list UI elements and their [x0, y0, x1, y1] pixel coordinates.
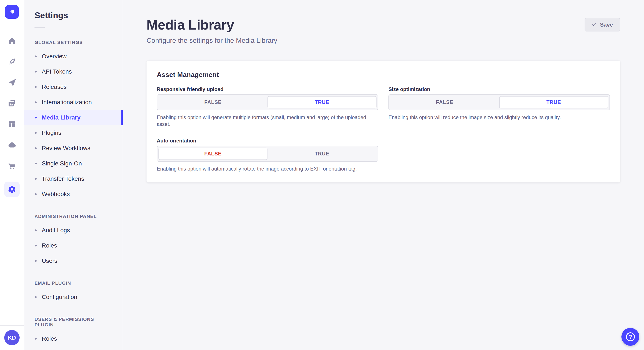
- help-button[interactable]: ?: [622, 328, 639, 346]
- sidebar-item-audit-logs[interactable]: Audit Logs: [24, 223, 123, 238]
- section-administration-panel: ADMINISTRATION PANEL Audit Logs Roles Us…: [24, 210, 123, 269]
- sidebar-item-transfer-tokens[interactable]: Transfer Tokens: [24, 171, 123, 186]
- layout-icon[interactable]: [7, 119, 17, 129]
- page-subtitle: Configure the settings for the Media Lib…: [146, 37, 277, 44]
- sidebar-item-media-library[interactable]: Media Library: [24, 110, 123, 125]
- card-title: Asset Management: [157, 71, 610, 79]
- sidebar-item-webhooks[interactable]: Webhooks: [24, 186, 123, 202]
- rail-user-area: KD: [0, 325, 24, 350]
- sidebar-item-releases[interactable]: Releases: [24, 79, 123, 95]
- bullet-icon: [35, 296, 37, 298]
- sidebar-item-label: Transfer Tokens: [42, 175, 84, 182]
- field-label: Responsive friendly upload: [157, 86, 378, 92]
- user-avatar[interactable]: KD: [4, 330, 20, 345]
- field-auto-orientation: Auto orientation FALSE TRUE Enabling thi…: [157, 138, 378, 172]
- save-button[interactable]: Save: [584, 18, 620, 31]
- feather-icon[interactable]: [7, 57, 17, 67]
- rail-nav: [4, 24, 20, 325]
- page-title-block: Media Library Configure the settings for…: [146, 17, 277, 44]
- auto-orientation-toggle: FALSE TRUE: [157, 146, 378, 162]
- strapi-logo-icon: [8, 8, 16, 16]
- bullet-icon: [35, 245, 37, 246]
- sidebar-item-label: Internationalization: [42, 99, 92, 106]
- bullet-icon: [35, 117, 37, 118]
- section-label: GLOBAL SETTINGS: [24, 36, 123, 49]
- section-global-settings: GLOBAL SETTINGS Overview API Tokens Rele…: [24, 36, 123, 202]
- field-hint: Enabling this option will generate multi…: [157, 114, 369, 128]
- field-label: Size optimization: [388, 86, 610, 92]
- bullet-icon: [35, 71, 37, 72]
- toggle-option-false[interactable]: FALSE: [158, 148, 268, 160]
- sidebar-item-label: Roles: [42, 335, 57, 342]
- check-icon: [592, 22, 596, 27]
- toggle-option-false[interactable]: FALSE: [158, 96, 268, 108]
- sidebar-item-single-sign-on[interactable]: Single Sign-On: [24, 156, 123, 171]
- sidebar-item-email-configuration[interactable]: Configuration: [24, 289, 123, 305]
- field-responsive-friendly-upload: Responsive friendly upload FALSE TRUE En…: [157, 86, 378, 128]
- sidebar-item-plugins[interactable]: Plugins: [24, 125, 123, 141]
- bullet-icon: [35, 101, 37, 103]
- sidebar-item-label: Configuration: [42, 294, 77, 301]
- bullet-icon: [35, 178, 37, 180]
- sidebar-item-label: Releases: [42, 84, 67, 90]
- sidebar-item-label: Media Library: [42, 114, 80, 121]
- bullet-icon: [35, 193, 37, 195]
- settings-gear-icon: [8, 185, 16, 193]
- home-icon[interactable]: [7, 36, 17, 46]
- asset-management-card: Asset Management Responsive friendly upl…: [146, 61, 620, 182]
- section-email-plugin: EMAIL PLUGIN Configuration: [24, 277, 123, 305]
- toggle-option-true[interactable]: TRUE: [268, 148, 376, 160]
- save-button-label: Save: [600, 21, 613, 28]
- section-users-permissions-plugin: USERS & PERMISSIONS PLUGIN Roles Provide…: [24, 313, 123, 350]
- sidebar-item-label: Overview: [42, 53, 67, 60]
- cloud-icon[interactable]: [7, 140, 17, 150]
- strapi-admin-app: KD Settings GLOBAL SETTINGS Overview API…: [0, 0, 644, 350]
- section-label: USERS & PERMISSIONS PLUGIN: [24, 313, 123, 331]
- settings-sidebar: Settings GLOBAL SETTINGS Overview API To…: [24, 0, 123, 350]
- sidebar-divider: [34, 27, 45, 28]
- sidebar-item-label: Webhooks: [42, 191, 70, 197]
- toggle-option-false[interactable]: FALSE: [390, 96, 499, 108]
- section-label: ADMINISTRATION PANEL: [24, 210, 123, 223]
- sidebar-item-label: Users: [42, 257, 57, 264]
- toggle-option-true[interactable]: TRUE: [499, 96, 608, 108]
- page-title: Media Library: [146, 17, 277, 33]
- icon-rail: KD: [0, 0, 24, 350]
- question-mark-icon: ?: [626, 332, 635, 341]
- sidebar-item-internationalization[interactable]: Internationalization: [24, 95, 123, 110]
- cart-icon[interactable]: [7, 161, 17, 171]
- sidebar-item-admin-users[interactable]: Users: [24, 253, 123, 269]
- sidebar-item-review-workflows[interactable]: Review Workflows: [24, 141, 123, 156]
- sidebar-item-overview[interactable]: Overview: [24, 49, 123, 64]
- sidebar-item-label: Plugins: [42, 130, 61, 136]
- paper-plane-icon[interactable]: [7, 77, 17, 88]
- responsive-friendly-upload-toggle: FALSE TRUE: [157, 94, 378, 110]
- sidebar-item-label: Audit Logs: [42, 227, 70, 234]
- bullet-icon: [35, 163, 37, 164]
- sidebar-item-api-tokens[interactable]: API Tokens: [24, 64, 123, 79]
- sidebar-item-label: Roles: [42, 242, 57, 249]
- strapi-logo[interactable]: [5, 5, 19, 19]
- bullet-icon: [35, 338, 37, 340]
- toggle-option-true[interactable]: TRUE: [268, 96, 376, 108]
- sidebar-item-label: Single Sign-On: [42, 160, 82, 167]
- field-hint: Enabling this option will automatically …: [157, 166, 369, 172]
- sidebar-item-up-roles[interactable]: Roles: [24, 331, 123, 347]
- sidebar-title: Settings: [34, 11, 112, 20]
- section-label: EMAIL PLUGIN: [24, 277, 123, 289]
- sidebar-item-admin-roles[interactable]: Roles: [24, 238, 123, 253]
- sidebar-item-label: Review Workflows: [42, 145, 90, 152]
- sidebar-item-up-providers[interactable]: Providers: [24, 347, 123, 350]
- fields-grid: Responsive friendly upload FALSE TRUE En…: [157, 86, 610, 172]
- media-pictures-icon[interactable]: [7, 98, 17, 108]
- page-header: Media Library Configure the settings for…: [146, 17, 620, 44]
- field-label: Auto orientation: [157, 138, 378, 144]
- rail-logo-area: [0, 0, 24, 24]
- field-hint: Enabling this option will reduce the ima…: [388, 114, 601, 121]
- bullet-icon: [35, 55, 37, 57]
- bullet-icon: [35, 132, 37, 134]
- settings-gear-active-tile[interactable]: [4, 181, 20, 197]
- size-optimization-toggle: FALSE TRUE: [388, 94, 610, 110]
- main-content: Media Library Configure the settings for…: [123, 0, 644, 350]
- bullet-icon: [35, 260, 37, 262]
